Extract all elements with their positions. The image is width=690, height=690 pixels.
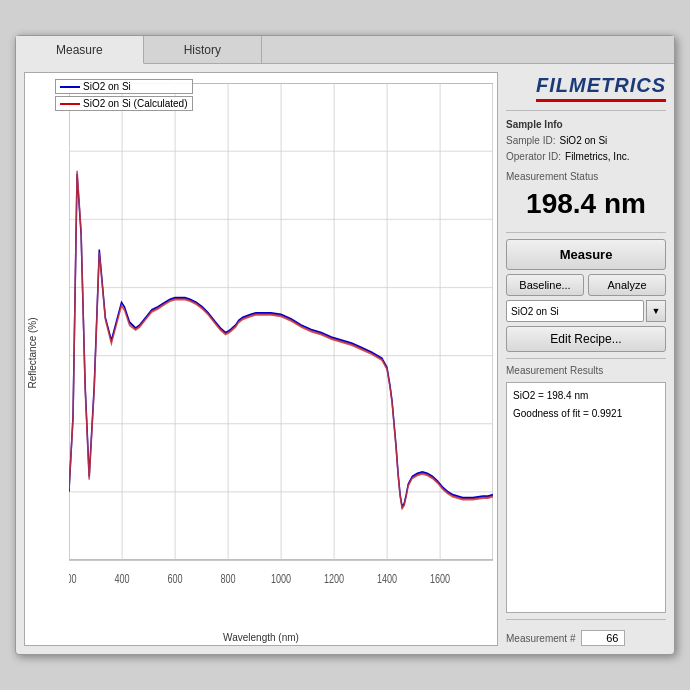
- divider-4: [506, 619, 666, 620]
- dropdown-arrow-icon[interactable]: ▼: [646, 300, 666, 322]
- legend-color-measured: [60, 86, 80, 88]
- tab-history[interactable]: History: [144, 36, 262, 63]
- divider-3: [506, 358, 666, 359]
- results-label: Measurement Results: [506, 365, 666, 376]
- chart-legend: SiO2 on Si SiO2 on Si (Calculated): [55, 79, 193, 111]
- measurement-number-row: Measurement # 66: [506, 630, 666, 646]
- svg-text:800: 800: [220, 571, 235, 585]
- legend-item-calculated: SiO2 on Si (Calculated): [55, 96, 193, 111]
- results-line1: SiO2 = 198.4 nm: [513, 387, 659, 405]
- divider-2: [506, 232, 666, 233]
- side-panel: FILMETRICS Sample Info Sample ID: SiO2 o…: [506, 72, 666, 646]
- results-box: SiO2 = 198.4 nm Goodness of fit = 0.9921: [506, 382, 666, 613]
- legend-label-measured: SiO2 on Si: [83, 81, 131, 92]
- legend-label-calculated: SiO2 on Si (Calculated): [83, 98, 188, 109]
- edit-recipe-button[interactable]: Edit Recipe...: [506, 326, 666, 352]
- svg-text:1600: 1600: [430, 571, 450, 585]
- sample-id-row: Sample ID: SiO2 on Si: [506, 133, 666, 149]
- baseline-button[interactable]: Baseline...: [506, 274, 584, 296]
- legend-color-calculated: [60, 103, 80, 105]
- operator-id-value: Filmetrics, Inc.: [565, 149, 629, 165]
- measurement-number-value: 66: [581, 630, 625, 646]
- measurement-value: 198.4 nm: [506, 182, 666, 226]
- operator-id-row: Operator ID: Filmetrics, Inc.: [506, 149, 666, 165]
- reflectance-chart: 0 10 20 30 40 50 60 70 200 400 600 800 1…: [69, 83, 493, 628]
- svg-text:400: 400: [114, 571, 129, 585]
- operator-id-key: Operator ID:: [506, 149, 561, 165]
- baseline-analyze-row: Baseline... Analyze: [506, 274, 666, 296]
- sample-id-key: Sample ID:: [506, 133, 555, 149]
- sample-info-section: Sample Info Sample ID: SiO2 on Si Operat…: [506, 117, 666, 165]
- chart-area: SiO2 on Si SiO2 on Si (Calculated) Refle…: [24, 72, 498, 646]
- x-axis-label: Wavelength (nm): [25, 632, 497, 645]
- recipe-dropdown-row: ▼: [506, 300, 666, 322]
- results-line2: Goodness of fit = 0.9921: [513, 405, 659, 423]
- measurement-number-label: Measurement #: [506, 633, 575, 644]
- legend-item-measured: SiO2 on Si: [55, 79, 193, 94]
- tab-measure[interactable]: Measure: [16, 36, 144, 64]
- main-content: SiO2 on Si SiO2 on Si (Calculated) Refle…: [16, 64, 674, 654]
- svg-text:1000: 1000: [271, 571, 291, 585]
- analyze-button[interactable]: Analyze: [588, 274, 666, 296]
- divider-1: [506, 110, 666, 111]
- tab-bar: Measure History: [16, 36, 674, 64]
- svg-text:1200: 1200: [324, 571, 344, 585]
- app-window: Measure History SiO2 on Si SiO2 on Si (C…: [15, 35, 675, 655]
- recipe-dropdown[interactable]: [506, 300, 644, 322]
- measure-button[interactable]: Measure: [506, 239, 666, 270]
- sample-info-label: Sample Info: [506, 117, 666, 133]
- svg-text:1400: 1400: [377, 571, 397, 585]
- measurement-status-label: Measurement Status: [506, 171, 666, 182]
- svg-text:200: 200: [69, 571, 77, 585]
- sample-id-value: SiO2 on Si: [559, 133, 607, 149]
- measurement-status-section: Measurement Status 198.4 nm: [506, 169, 666, 226]
- filmetrics-logo: FILMETRICS: [536, 74, 666, 102]
- y-axis-label: Reflectance (%): [27, 317, 38, 388]
- logo-area: FILMETRICS: [506, 72, 666, 104]
- svg-text:600: 600: [167, 571, 182, 585]
